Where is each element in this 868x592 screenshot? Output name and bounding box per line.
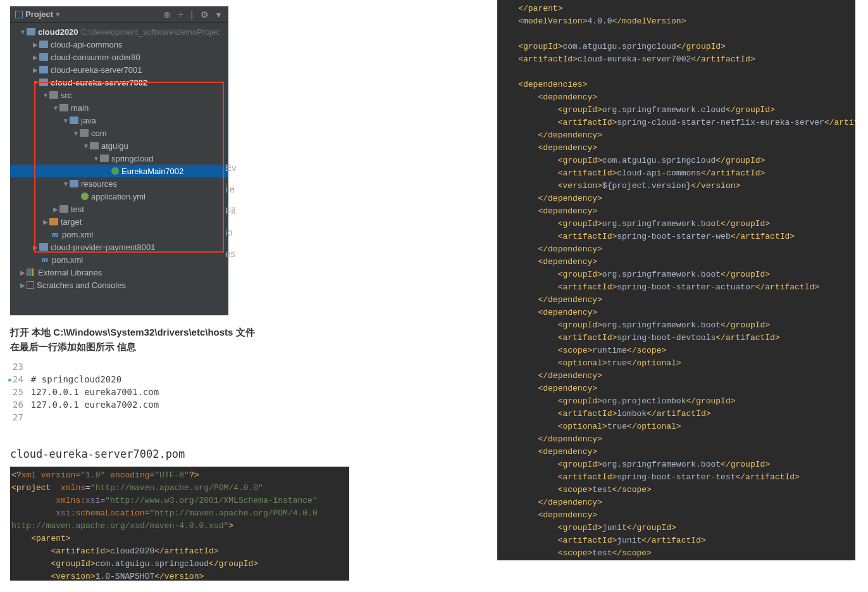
root-name: cloud2020 bbox=[38, 27, 78, 37]
hosts-line bbox=[30, 362, 160, 373]
tree-module[interactable]: cloud-provider-payment8001 bbox=[10, 241, 228, 253]
side-cropped-text: Ev ile Fil io es bbox=[225, 157, 237, 265]
pom-file: pom.xml bbox=[62, 230, 93, 239]
hosts-file-snippet: 23 ▸24# springcloud2020 25127.0.0.1 eure… bbox=[10, 360, 409, 425]
module-name: cloud-consumer-order80 bbox=[51, 53, 140, 62]
arrow-icon[interactable] bbox=[32, 79, 39, 86]
yml-file: application.yml bbox=[91, 192, 146, 201]
line-number: 23 bbox=[11, 362, 28, 373]
line-number: 27 bbox=[11, 412, 28, 424]
module-name: cloud-provider-payment8001 bbox=[51, 242, 155, 252]
folder-icon bbox=[27, 28, 35, 35]
arrow-icon[interactable] bbox=[42, 92, 49, 99]
springcloud-folder: springcloud bbox=[111, 154, 154, 163]
hosts-line: 127.0.0.1 eureka7002.com bbox=[30, 400, 160, 411]
tree-atguigu[interactable]: atguigu bbox=[10, 139, 228, 152]
tree-java[interactable]: java bbox=[10, 114, 228, 127]
side-letter: ile bbox=[225, 179, 237, 200]
arrow-icon[interactable] bbox=[19, 269, 27, 276]
outer-pom-file: pom.xml bbox=[52, 255, 83, 265]
arrow-icon[interactable] bbox=[62, 180, 70, 187]
arrow-icon[interactable] bbox=[52, 104, 59, 111]
folder-icon bbox=[70, 180, 78, 187]
tree-test[interactable]: test bbox=[10, 203, 228, 215]
java-folder: java bbox=[81, 116, 96, 125]
tree-module-expanded[interactable]: cloud-eureka-server7002 bbox=[10, 76, 228, 89]
line-number: 26 bbox=[11, 400, 28, 411]
folder-icon bbox=[39, 53, 48, 61]
folder-icon bbox=[70, 117, 78, 124]
folder-icon bbox=[39, 243, 48, 251]
line-number: ▸24 bbox=[11, 374, 28, 386]
tree-src[interactable]: src bbox=[10, 89, 228, 101]
arrow-icon[interactable] bbox=[82, 142, 90, 149]
test-folder: test bbox=[71, 205, 84, 214]
side-letter: io bbox=[225, 222, 237, 243]
folder-icon bbox=[39, 66, 48, 73]
root-path: C:\development_software\demoProjec bbox=[81, 27, 220, 37]
tree-resources[interactable]: resources bbox=[10, 177, 228, 190]
folder-icon bbox=[39, 41, 48, 48]
arrow-icon[interactable] bbox=[19, 28, 27, 35]
chevron-down-icon[interactable]: ▾ bbox=[56, 9, 60, 19]
tree-main[interactable]: main bbox=[10, 101, 228, 114]
folder-icon bbox=[100, 154, 109, 162]
java-class-icon bbox=[111, 167, 119, 175]
tree-module[interactable]: cloud-eureka-server7001 bbox=[10, 63, 228, 76]
arrow-icon[interactable] bbox=[32, 66, 39, 73]
arrow-icon[interactable] bbox=[32, 244, 39, 251]
tree-module[interactable]: cloud-api-commons bbox=[10, 38, 228, 51]
tree-module[interactable]: cloud-consumer-order80 bbox=[10, 51, 228, 63]
scratches-icon bbox=[27, 281, 34, 289]
hosts-line bbox=[30, 412, 160, 424]
folder-icon bbox=[80, 129, 89, 137]
project-tree: cloud2020 C:\development_software\demoPr… bbox=[10, 23, 228, 294]
arrow-icon[interactable] bbox=[92, 155, 100, 162]
side-letter: Fil bbox=[225, 200, 237, 222]
instruction-line: 打开 本地 C:\Windows\System32\drivers\etc\ho… bbox=[10, 325, 409, 340]
marker-icon: ▸ bbox=[8, 374, 13, 384]
folder-icon bbox=[59, 104, 68, 111]
toolbar-icons[interactable]: ⊕ ÷ | ⚙ ▾ bbox=[163, 9, 223, 20]
folder-icon bbox=[90, 142, 99, 149]
target-folder: target bbox=[61, 217, 82, 227]
side-letter: Ev bbox=[225, 157, 237, 179]
tree-target[interactable]: target bbox=[10, 215, 228, 228]
instruction-text: 打开 本地 C:\Windows\System32\drivers\etc\ho… bbox=[10, 325, 409, 354]
tree-main-class[interactable]: EurekaMain7002 bbox=[10, 165, 228, 177]
tree-root[interactable]: cloud2020 C:\development_software\demoPr… bbox=[10, 25, 228, 38]
arrow-icon[interactable] bbox=[19, 282, 27, 289]
pom-code-right: </parent> <modelVersion>4.0.0</modelVers… bbox=[497, 0, 855, 560]
folder-icon bbox=[49, 218, 58, 225]
arrow-icon[interactable] bbox=[32, 41, 39, 48]
arrow-icon[interactable] bbox=[32, 54, 39, 61]
ide-project-panel: Project ▾ ⊕ ÷ | ⚙ ▾ cloud2020 C:\develop… bbox=[10, 6, 228, 315]
tree-springcloud[interactable]: springcloud bbox=[10, 152, 228, 165]
main-folder: main bbox=[71, 103, 89, 113]
module-name: cloud-eureka-server7001 bbox=[51, 65, 142, 75]
line-number: 25 bbox=[11, 387, 28, 398]
folder-icon bbox=[59, 205, 68, 213]
folder-icon bbox=[49, 91, 58, 99]
pom-code-left: <?xml version="1.0" encoding="UTF-8"?> <… bbox=[10, 467, 349, 581]
arrow-icon[interactable] bbox=[62, 117, 70, 124]
tree-scratches[interactable]: Scratches and Consoles bbox=[10, 279, 228, 291]
maven-icon: m bbox=[51, 229, 59, 239]
tree-outer-pom[interactable]: m pom.xml bbox=[10, 253, 228, 266]
arrow-icon[interactable] bbox=[52, 206, 59, 213]
tree-ext-lib[interactable]: External Libraries bbox=[10, 266, 228, 279]
tree-com[interactable]: com bbox=[10, 127, 228, 139]
side-letter: es bbox=[225, 243, 237, 265]
scratches-label: Scratches and Consoles bbox=[37, 280, 126, 290]
tree-yml[interactable]: application.yml bbox=[10, 190, 228, 203]
src-folder: src bbox=[61, 91, 71, 100]
module-name: cloud-api-commons bbox=[51, 40, 122, 49]
arrow-icon[interactable] bbox=[42, 218, 49, 225]
instruction-line: 在最后一行添加如图所示 信息 bbox=[10, 340, 409, 355]
ide-project-header[interactable]: Project ▾ ⊕ ÷ | ⚙ ▾ bbox=[10, 6, 228, 23]
project-icon bbox=[15, 11, 23, 18]
arrow-icon[interactable] bbox=[72, 130, 80, 137]
module-name: cloud-eureka-server7002 bbox=[51, 78, 147, 87]
tree-pom[interactable]: m pom.xml bbox=[10, 228, 228, 241]
ext-lib-label: External Libraries bbox=[38, 268, 102, 277]
